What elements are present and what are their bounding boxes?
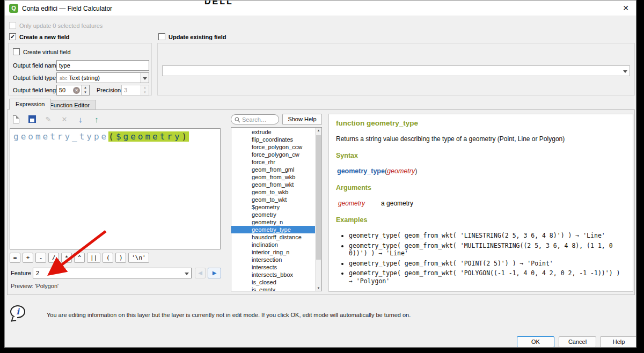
only-update-selected-checkbox[interactable]: Only update 0 selected features <box>9 22 103 29</box>
function-list-item[interactable]: extrude <box>231 128 315 136</box>
feature-combo[interactable]: 2 <box>33 268 192 278</box>
function-list-item[interactable]: is_closed <box>231 278 315 286</box>
new-field-group: Create virtual field Output field name O… <box>8 43 152 95</box>
output-field-type-combo[interactable]: abcText (string) <box>56 72 149 83</box>
new-expression-button[interactable] <box>10 113 23 125</box>
function-list-item[interactable]: intersects <box>231 263 315 271</box>
spin-up-icon[interactable]: ▲ <box>82 85 89 90</box>
titlebar[interactable]: Q Conta edifici — Field Calculator DELL … <box>5 1 636 16</box>
checkbox-label: Update existing field <box>169 34 226 40</box>
function-help-panel: function geometry_type Returns a string … <box>328 114 633 292</box>
function-search[interactable] <box>231 114 279 124</box>
search-input[interactable] <box>242 115 276 123</box>
examples-heading: Examples <box>336 216 626 224</box>
function-list-item[interactable]: intersection <box>231 256 315 263</box>
chevron-down-icon <box>621 66 630 76</box>
next-icon: ▶ <box>213 270 217 276</box>
code-highlight: ($geometry) <box>108 131 189 142</box>
function-list-item[interactable]: is_empty <box>231 286 315 291</box>
cancel-button[interactable]: Cancel <box>559 336 596 348</box>
function-list-item[interactable]: geometry_n <box>231 218 315 226</box>
example-item: geometry_type( geom_from_wkt( 'LINESTRIN… <box>349 232 626 240</box>
text-type-icon: abc <box>60 76 68 81</box>
function-list-item[interactable]: $geometry <box>231 203 315 211</box>
expression-editor[interactable]: geometry_type($geometry) <box>10 128 221 249</box>
export-expressions-button[interactable]: ↑ <box>90 113 103 125</box>
existing-field-combo[interactable] <box>162 65 630 76</box>
background-monitor-text: DELL <box>204 1 233 6</box>
arguments-heading: Arguments <box>336 184 626 192</box>
clear-icon[interactable]: ✕ <box>73 87 80 94</box>
function-list-item[interactable]: geom_from_wkb <box>231 173 315 181</box>
update-existing-field-checkbox[interactable]: Update existing field <box>158 33 226 40</box>
code-function: geometry_type <box>13 131 108 142</box>
operator-button[interactable]: = <box>10 253 20 263</box>
save-icon <box>28 115 36 123</box>
function-list-item[interactable]: geometry <box>231 211 315 218</box>
spin-down-icon: ▼ <box>141 90 149 95</box>
output-field-length-label: Output field length <box>13 87 61 93</box>
window-title: Conta edifici — Field Calculator <box>22 5 112 12</box>
scroll-down-icon[interactable]: ▼ <box>316 286 321 290</box>
close-icon[interactable]: ✕ <box>623 4 629 12</box>
function-list-item[interactable]: interior_ring_n <box>231 248 315 256</box>
function-list-item[interactable]: geom_to_wkt <box>231 196 315 203</box>
ok-button[interactable]: OK <box>517 336 554 348</box>
syntax-heading: Syntax <box>336 152 626 159</box>
function-list-item[interactable]: force_polygon_cw <box>231 151 315 158</box>
function-list-items: extrudeflip_coordinatesforce_polygon_ccw… <box>231 128 315 291</box>
output-field-type-label: Output field type <box>13 75 56 81</box>
save-expression-button[interactable] <box>26 113 39 125</box>
function-list-item[interactable]: flip_coordinates <box>231 136 315 143</box>
operator-button[interactable]: ^ <box>74 253 85 263</box>
output-field-name-input[interactable] <box>57 61 149 70</box>
operator-button[interactable]: || <box>87 253 100 263</box>
output-field-name-input-wrap <box>56 60 149 71</box>
create-virtual-field-checkbox[interactable]: Create virtual field <box>13 48 71 55</box>
example-item: geometry_type( geom_from_wkt( 'POLYGON((… <box>349 269 626 285</box>
import-expressions-button[interactable]: ↓ <box>74 113 87 125</box>
checkbox-label: Create virtual field <box>23 49 71 55</box>
function-list-item[interactable]: hausdorff_distance <box>231 233 315 241</box>
function-list-item[interactable]: force_rhr <box>231 158 315 166</box>
function-list-item[interactable]: geom_to_wkb <box>231 188 315 196</box>
spinner-arrows: ▲▼ <box>141 85 149 95</box>
spin-down-icon[interactable]: ▼ <box>82 90 89 95</box>
operator-button[interactable]: * <box>61 253 72 263</box>
previous-feature-button: ◀ <box>195 268 206 278</box>
function-list-item[interactable]: geom_from_gml <box>231 166 315 173</box>
example-item: geometry_type( geom_from_wkt( 'POINT(2 5… <box>349 260 626 268</box>
operator-button[interactable]: + <box>23 253 33 263</box>
operator-button[interactable]: ( <box>103 253 113 263</box>
function-list-item[interactable]: intersects_bbox <box>231 271 315 278</box>
function-list-item[interactable]: force_polygon_ccw <box>231 143 315 151</box>
operator-button[interactable]: - <box>35 253 46 263</box>
operator-button[interactable]: ) <box>115 253 126 263</box>
argument-row: geometry a geometry <box>336 200 626 207</box>
tab-label: Function Editor <box>50 102 90 108</box>
spinner-arrows[interactable]: ▲▼ <box>81 85 89 95</box>
show-help-button[interactable]: Show Help <box>282 114 322 125</box>
expression-code: geometry_type($geometry) <box>13 131 217 142</box>
function-list-item[interactable]: inclination <box>231 241 315 248</box>
combo-value: 2 <box>36 270 39 276</box>
function-list-scrollbar[interactable]: ▲ ▼ <box>315 128 321 291</box>
scrollbar-thumb[interactable] <box>316 135 321 260</box>
operator-button[interactable]: / <box>48 253 59 263</box>
tab-expression[interactable]: Expression <box>9 99 51 110</box>
help-title: function geometry_type <box>336 119 626 127</box>
checkbox-box <box>13 48 20 55</box>
syntax-line: geometry_type(geometry) <box>336 167 626 175</box>
function-list-item[interactable]: geometry_type <box>231 226 315 233</box>
function-list[interactable]: extrudeflip_coordinatesforce_polygon_ccw… <box>231 127 322 291</box>
argument-name: geometry <box>338 200 365 207</box>
output-field-length-spinner[interactable]: 50 ✕ ▲▼ <box>56 85 90 95</box>
create-new-field-checkbox[interactable]: ✓ Create a new field <box>9 33 70 40</box>
next-feature-button[interactable]: ▶ <box>208 268 221 278</box>
help-button[interactable]: Help <box>600 336 636 348</box>
operator-button[interactable]: '\n' <box>128 253 149 263</box>
function-list-item[interactable]: geom_from_wkt <box>231 181 315 188</box>
tab-function-editor[interactable]: Function Editor <box>43 100 96 110</box>
scroll-up-icon[interactable]: ▲ <box>316 129 321 132</box>
expression-preview: Preview: 'Polygon' <box>11 283 58 289</box>
